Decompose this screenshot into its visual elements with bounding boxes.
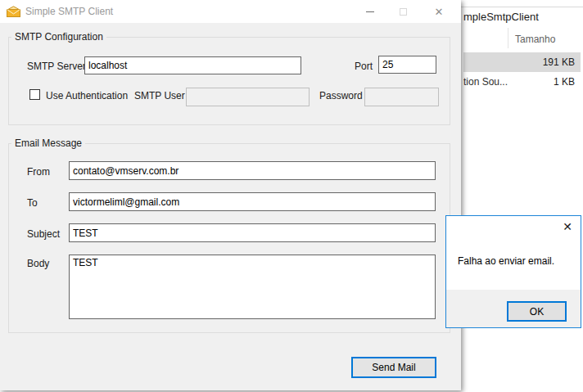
explorer-column-header-size[interactable]: Tamanho [515,34,555,45]
use-authentication-label[interactable]: Use Authentication [46,90,128,101]
dialog-message: Falha ao enviar email. [458,255,554,267]
minimize-button[interactable] [354,0,386,23]
port-input[interactable] [378,56,436,74]
explorer-window: mpleSmtpClient Tamanho 191 KB tion Sou..… [461,0,583,392]
subject-label: Subject [27,228,60,240]
explorer-file-row[interactable]: tion Sou... 1 KB [463,72,581,92]
explorer-column-separator [508,28,508,48]
from-label: From [27,166,50,178]
file-size: 191 KB [543,56,581,68]
ok-button[interactable]: OK [507,301,567,322]
explorer-file-row-selected[interactable]: 191 KB [463,52,581,72]
dialog-close-button[interactable]: ✕ [559,219,576,235]
body-label: Body [27,258,49,269]
to-input[interactable] [69,192,436,211]
email-message-group-title: Email Message [11,137,85,149]
smtp-server-label: SMTP Server [27,61,86,72]
minimize-icon [366,11,374,12]
error-dialog: ✕ Falha ao enviar email. OK [445,215,581,328]
smtp-server-input[interactable] [84,56,301,74]
explorer-address-text: mpleSmtpClient [463,11,539,23]
close-icon: ✕ [563,220,572,233]
smtp-user-label: SMTP User [134,90,185,101]
file-size: 1 KB [554,76,581,88]
smtp-user-input [186,88,310,106]
close-icon: ✕ [435,6,444,18]
password-input [364,88,439,106]
send-mail-button[interactable]: Send Mail [351,357,436,378]
from-input[interactable] [69,161,436,180]
to-label: To [27,197,38,209]
subject-input[interactable] [69,223,436,242]
window-title: Simple SMTP Client [25,6,113,17]
explorer-toolbar-divider [461,7,583,7]
body-textarea[interactable]: TEST [69,255,436,319]
titlebar[interactable]: Simple SMTP Client ✕ [0,0,461,23]
smtp-client-window: Simple SMTP Client ✕ SMTP Configuration … [0,0,461,390]
envelope-icon [7,6,20,17]
smtp-configuration-group-title: SMTP Configuration [11,31,106,43]
smtp-configuration-group [8,37,450,125]
maximize-button [386,0,419,23]
close-button[interactable]: ✕ [421,0,457,23]
file-name: tion Sou... [463,76,554,88]
use-authentication-checkbox[interactable] [29,89,40,100]
port-label: Port [355,61,373,72]
maximize-icon [400,8,407,16]
password-label: Password [319,90,363,101]
